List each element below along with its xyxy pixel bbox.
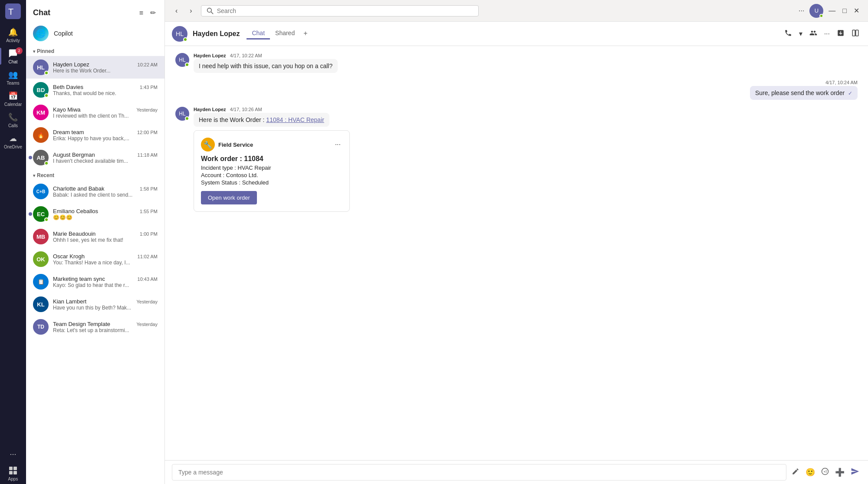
top-bar-left: ‹ › [172, 5, 479, 16]
people-button[interactable] [808, 27, 819, 40]
compose-button[interactable]: ✏ [148, 7, 158, 19]
filter-button[interactable]: ≡ [138, 7, 145, 19]
list-item[interactable]: AB August Bergman 11:18 AM I haven't che… [26, 146, 164, 169]
message-meta: Hayden Lopez 4/17, 10:26 AM [194, 107, 350, 112]
list-item[interactable]: C+B Charlotte and Babak 1:58 PM Babak: I… [26, 180, 164, 203]
status-dot [44, 217, 49, 222]
tab-add-button[interactable]: + [300, 28, 311, 40]
unread-dot [29, 156, 32, 159]
avatar: 📋 [33, 274, 49, 290]
message-meta: 4/17, 10:24 AM [750, 80, 858, 85]
message-bubble: Here is the Work Order : 11084 : HVAC Re… [194, 113, 329, 127]
avatar-wrap: C+B [33, 184, 49, 199]
recent-section-label[interactable]: ▾ Recent [26, 169, 164, 180]
close-button[interactable]: ✕ [852, 5, 861, 16]
message-avatar: HL [175, 53, 189, 67]
top-bar-right: ··· U — □ ✕ [797, 4, 861, 18]
message-meta: Hayden Lopez 4/17, 10:22 AM [194, 53, 338, 58]
maximize-button[interactable]: □ [841, 5, 848, 16]
list-item[interactable]: HL Hayden Lopez 10:22 AM Here is the Wor… [26, 56, 164, 79]
open-work-order-button[interactable]: Open work order [201, 191, 257, 204]
split-view-button[interactable] [850, 27, 861, 40]
gif-button[interactable] [819, 466, 831, 479]
calls-icon: 📞 [8, 112, 18, 122]
message-body: 4/17, 10:24 AM Sure, please send the wor… [750, 80, 858, 100]
forward-button[interactable]: › [186, 5, 195, 16]
more-options-button[interactable]: ··· [797, 5, 806, 16]
sidebar-item-apps[interactable]: Apps [0, 463, 26, 484]
pinned-section-label[interactable]: ▾ Pinned [26, 45, 164, 56]
list-item[interactable]: TD Team Design Template Yesterday Reta: … [26, 316, 164, 338]
teams-logo[interactable]: T [5, 3, 21, 19]
sidebar-item-chat[interactable]: 2 Chat [0, 46, 26, 67]
search-box[interactable] [201, 5, 479, 16]
icon-rail: T 🔔 Activity 2 Chat 👥 Teams 📅 Calendar 📞… [0, 0, 26, 484]
sidebar-item-calls[interactable]: 📞 Calls [0, 109, 26, 131]
sidebar-item-activity[interactable]: 🔔 Activity [0, 24, 26, 46]
more-icon: ··· [8, 449, 18, 459]
svg-text:T: T [8, 7, 13, 16]
minimize-button[interactable]: — [827, 5, 837, 16]
chat-info: Emiliano Ceballos 1:55 PM 😊😊😊 [53, 208, 158, 221]
list-item[interactable]: KM Kayo Miwa Yesterday I reviewed with t… [26, 101, 164, 124]
activity-icon: 🔔 [8, 27, 18, 37]
avatar-wrap: KM [33, 105, 49, 120]
chat-header: HL Hayden Lopez Chat Shared + ▾ ··· [165, 22, 868, 46]
status-dot [44, 71, 49, 75]
list-item[interactable]: 📋 Marketing team sync 10:43 AM Kayo: So … [26, 270, 164, 293]
user-status-dot [819, 14, 823, 18]
calendar-icon: 📅 [8, 91, 18, 101]
avatar: KL [33, 296, 49, 312]
message-row: 4/17, 10:24 AM Sure, please send the wor… [175, 80, 858, 100]
sidebar-item-onedrive[interactable]: ☁ OneDrive [0, 131, 26, 152]
call-dropdown-button[interactable]: ▾ [797, 28, 804, 40]
unread-dot [29, 212, 32, 216]
svg-rect-4 [9, 471, 13, 474]
back-button[interactable]: ‹ [172, 5, 181, 16]
avatar-wrap: OK [33, 251, 49, 267]
send-button[interactable] [849, 465, 861, 480]
message-bubble: I need help with this issue, can you hop… [194, 59, 338, 73]
work-order-card: 🔧 Field Service ··· Work order : 11084 I… [194, 130, 350, 212]
list-item[interactable]: BD Beth Davies 1:43 PM Thanks, that woul… [26, 79, 164, 101]
svg-rect-3 [13, 467, 17, 470]
user-avatar[interactable]: U [809, 4, 823, 18]
more-chat-options-button[interactable]: ··· [822, 28, 832, 40]
avatar: OK [33, 251, 49, 267]
avatar-wrap: KL [33, 296, 49, 312]
list-item[interactable]: EC Emiliano Ceballos 1:55 PM 😊😊😊 [26, 203, 164, 225]
format-button[interactable] [790, 466, 801, 479]
attach-button[interactable]: ➕ [833, 466, 846, 479]
message-area: HL Hayden Lopez 4/17, 10:22 AM I need he… [165, 46, 868, 460]
sidebar-item-teams[interactable]: 👥 Teams [0, 67, 26, 88]
search-input[interactable] [217, 7, 473, 14]
chat-info: Oscar Krogh 11:02 AM You: Thanks! Have a… [53, 253, 158, 266]
status-dot [44, 161, 49, 165]
emoji-button[interactable]: 🙂 [804, 466, 817, 479]
chat-info: Hayden Lopez 10:22 AM Here is the Work O… [53, 61, 158, 74]
copilot-entry[interactable]: 🌐 Copilot [26, 22, 164, 45]
chat-info: Dream team 12:00 PM Erika: Happy to have… [53, 129, 158, 142]
list-item[interactable]: KL Kian Lambert Yesterday Have you run t… [26, 293, 164, 316]
avatar-wrap: MB [33, 229, 49, 244]
pinned-chevron: ▾ [33, 49, 35, 54]
sidebar-actions: ≡ ✏ [138, 7, 158, 19]
call-button[interactable] [783, 27, 794, 40]
message-body: Hayden Lopez 4/17, 10:22 AM I need help … [194, 53, 338, 73]
sidebar-title: Chat [33, 8, 50, 17]
popout-button[interactable] [835, 27, 846, 40]
message-avatar: HL [175, 107, 189, 121]
list-item[interactable]: 🔥 Dream team 12:00 PM Erika: Happy to ha… [26, 124, 164, 146]
sidebar-item-more[interactable]: ··· [0, 446, 26, 463]
incident-type: Incident type : HVAC Repair [201, 165, 342, 171]
chat-tabs: Chat Shared + [247, 28, 311, 40]
sidebar-item-calendar[interactable]: 📅 Calendar [0, 88, 26, 109]
compose-input[interactable] [172, 464, 786, 481]
svg-point-10 [822, 468, 829, 474]
tab-shared[interactable]: Shared [270, 28, 300, 40]
work-order-link[interactable]: 11084 : HVAC Repair [266, 116, 324, 123]
list-item[interactable]: MB Marie Beaudouin 1:00 PM Ohhh I see, y… [26, 225, 164, 248]
card-more-button[interactable]: ··· [333, 139, 342, 150]
list-item[interactable]: OK Oscar Krogh 11:02 AM You: Thanks! Hav… [26, 248, 164, 270]
tab-chat[interactable]: Chat [247, 28, 270, 40]
